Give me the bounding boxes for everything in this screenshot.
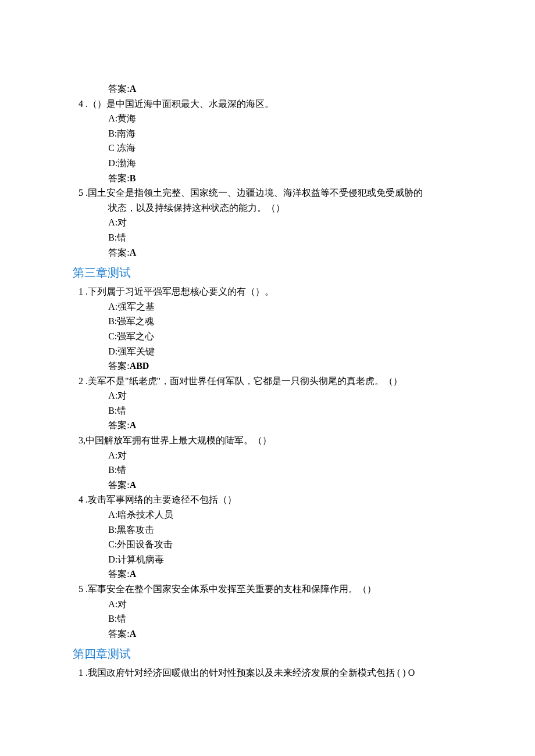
question: 1 .我国政府针对经济回暖做出的针对性预案以及未来经济发展的全新模式包括 ( )… bbox=[79, 665, 471, 680]
question-stem: 3,中国解放军拥有世界上最大规模的陆军。（） bbox=[94, 433, 471, 448]
answer-value: A bbox=[130, 248, 137, 257]
answer-value: A bbox=[130, 569, 137, 579]
answer-label: 答案: bbox=[108, 480, 129, 490]
option: A:对 bbox=[108, 448, 471, 463]
question: 2 .美军不是"纸老虎"，面对世界任何军队，它都是一只彻头彻尾的真老虎。（） A… bbox=[79, 374, 471, 433]
question: 4 .攻击军事网络的主要途径不包括（） A:暗杀技术人员 B:黑客攻击 C:外围… bbox=[79, 492, 471, 582]
question-number: 5 bbox=[79, 188, 83, 198]
question-stem: 2 .美军不是"纸老虎"，面对世界任何军队，它都是一只彻头彻尾的真老虎。（） bbox=[94, 374, 471, 389]
answer-line: 答案:A bbox=[79, 567, 471, 582]
option: C 冻海 bbox=[108, 141, 471, 156]
option: A:对 bbox=[108, 597, 471, 612]
option: B:强军之魂 bbox=[108, 314, 471, 329]
question-text: .美军不是"纸老虎"，面对世界任何军队，它都是一只彻头彻尾的真老虎。（） bbox=[85, 376, 402, 386]
options: A:对 B:错 bbox=[79, 388, 471, 418]
answer-label: 答案: bbox=[108, 569, 129, 579]
answer-line: 答案:B bbox=[79, 171, 471, 186]
section-title: 第四章测试 bbox=[73, 644, 471, 663]
question-number: 2 bbox=[79, 376, 83, 386]
answer-value: A bbox=[130, 629, 137, 639]
answer-line: 答案:A bbox=[79, 245, 471, 260]
question-stem: 4 .攻击军事网络的主要途径不包括（） bbox=[94, 492, 471, 507]
question-text: .下列属于习近平强军思想核心要义的有（）。 bbox=[85, 286, 274, 296]
option: C:外围设备攻击 bbox=[108, 537, 471, 552]
answer-value: ABD bbox=[130, 361, 149, 371]
option: D:渤海 bbox=[108, 156, 471, 171]
option: B:南海 bbox=[108, 126, 471, 141]
option: A:暗杀技术人员 bbox=[108, 507, 471, 522]
answer-value: A bbox=[130, 480, 137, 490]
question-text: 中国解放军拥有世界上最大规模的陆军。（） bbox=[85, 435, 272, 445]
question-number: 3, bbox=[79, 435, 85, 445]
question-text: .攻击军事网络的主要途径不包括（） bbox=[85, 495, 237, 504]
question-text: .国土安全是指领土完整、国家统一、边疆边境、海洋权益等不受侵犯或免受威胁的 bbox=[85, 188, 423, 198]
options: A:对 B:错 bbox=[79, 215, 471, 245]
option: A:对 bbox=[108, 388, 471, 403]
answer-line: 答案:A bbox=[79, 478, 471, 493]
document-page: 答案:A 4 .（）是中国近海中面积最大、水最深的海区。 A:黄海 B:南海 C… bbox=[0, 0, 535, 739]
question-number: 1 bbox=[79, 668, 83, 678]
question: 4 .（）是中国近海中面积最大、水最深的海区。 A:黄海 B:南海 C 冻海 D… bbox=[79, 96, 471, 186]
option: B:错 bbox=[108, 403, 471, 418]
option: A:黄海 bbox=[108, 111, 471, 126]
answer-label: 答案: bbox=[108, 248, 129, 257]
options: A:黄海 B:南海 C 冻海 D:渤海 bbox=[79, 111, 471, 170]
options: A:对 B:错 bbox=[79, 448, 471, 478]
question: 5 .国土安全是指领土完整、国家统一、边疆边境、海洋权益等不受侵犯或免受威胁的 … bbox=[79, 185, 471, 260]
answer-label: 答案: bbox=[108, 84, 129, 94]
option: C:强军之心 bbox=[108, 329, 471, 344]
answer-label: 答案: bbox=[108, 173, 129, 183]
options: A:对 B:错 bbox=[79, 597, 471, 626]
answer-line: 答案:A bbox=[79, 81, 471, 96]
answer-value: A bbox=[130, 420, 137, 430]
answer-label: 答案: bbox=[108, 629, 129, 639]
question-stem: 1 .下列属于习近平强军思想核心要义的有（）。 bbox=[94, 284, 471, 299]
question-stem-cont: 状态，以及持续保持这种状态的能力。（） bbox=[79, 200, 471, 216]
answer-line: 答案:ABD bbox=[79, 359, 471, 374]
question-number: 4 bbox=[79, 495, 83, 504]
option: D:计算机病毒 bbox=[108, 552, 471, 567]
question-stem: 4 .（）是中国近海中面积最大、水最深的海区。 bbox=[94, 96, 471, 112]
answer-line: 答案:A bbox=[79, 418, 471, 433]
option: B:错 bbox=[108, 463, 471, 478]
question-text: .（）是中国近海中面积最大、水最深的海区。 bbox=[85, 99, 274, 109]
question-text: .军事安全在整个国家安全体系中发挥至关重要的支柱和保障作用。（） bbox=[85, 584, 376, 594]
option: D:强军关键 bbox=[108, 344, 471, 359]
question-stem: 1 .我国政府针对经济回暖做出的针对性预案以及未来经济发展的全新模式包括 ( )… bbox=[94, 665, 471, 680]
option: B:错 bbox=[108, 611, 471, 626]
answer-label: 答案: bbox=[108, 420, 129, 430]
question-number: 4 bbox=[79, 99, 83, 109]
option: A:对 bbox=[108, 215, 471, 230]
question: 5 .军事安全在整个国家安全体系中发挥至关重要的支柱和保障作用。（） A:对 B… bbox=[79, 582, 471, 641]
section-title: 第三章测试 bbox=[73, 263, 471, 282]
answer-value: B bbox=[130, 173, 136, 183]
question: 1 .下列属于习近平强军思想核心要义的有（）。 A:强军之基 B:强军之魂 C:… bbox=[79, 284, 471, 374]
options: A:强军之基 B:强军之魂 C:强军之心 D:强军关键 bbox=[79, 299, 471, 359]
question-number: 1 bbox=[79, 286, 83, 296]
options: A:暗杀技术人员 B:黑客攻击 C:外围设备攻击 D:计算机病毒 bbox=[79, 507, 471, 567]
option: B:黑客攻击 bbox=[108, 522, 471, 538]
option: A:强军之基 bbox=[108, 299, 471, 314]
answer-value: A bbox=[130, 84, 137, 94]
question-stem: 5 .军事安全在整个国家安全体系中发挥至关重要的支柱和保障作用。（） bbox=[94, 582, 471, 597]
question: 3,中国解放军拥有世界上最大规模的陆军。（） A:对 B:错 答案:A bbox=[79, 433, 471, 492]
question-text: .我国政府针对经济回暖做出的针对性预案以及未来经济发展的全新模式包括 ( ) O bbox=[85, 668, 415, 678]
question-stem: 5 .国土安全是指领土完整、国家统一、边疆边境、海洋权益等不受侵犯或免受威胁的 bbox=[94, 185, 471, 200]
answer-label: 答案: bbox=[108, 361, 129, 371]
question-number: 5 bbox=[79, 584, 83, 594]
option: B:错 bbox=[108, 230, 471, 245]
answer-line: 答案:A bbox=[79, 626, 471, 642]
